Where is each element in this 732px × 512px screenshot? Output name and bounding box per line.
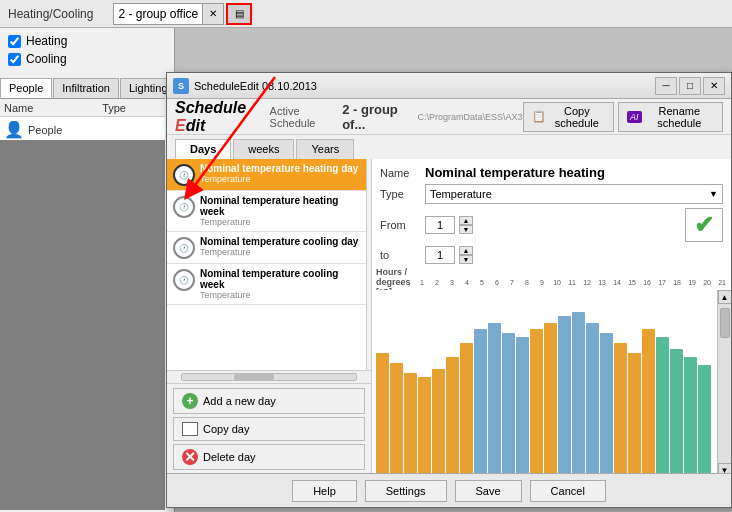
bar [404, 373, 417, 475]
bar [684, 357, 697, 475]
h-scrollbar[interactable] [167, 370, 371, 384]
from-label: From [380, 219, 425, 231]
name-row: Name Nominal temperature heating [380, 165, 723, 180]
hc-edit-button[interactable]: ▤ [226, 3, 252, 25]
minimize-button[interactable]: ─ [655, 77, 677, 95]
bar [628, 353, 641, 475]
to-down-btn[interactable]: ▼ [459, 255, 473, 264]
bar [600, 333, 613, 475]
to-input[interactable]: 1 [425, 246, 455, 264]
tab-people[interactable]: People [0, 78, 52, 98]
clock-icon: 🕐 [173, 164, 195, 186]
add-day-button[interactable]: + Add a new day [173, 388, 365, 414]
to-label: to [380, 249, 425, 261]
modal-content: 🕐 Nominal temperature heating day Temper… [167, 159, 731, 477]
name-value: Nominal temperature heating [425, 165, 723, 180]
delete-day-button[interactable]: ✕ Delete day [173, 444, 365, 470]
schedule-header: Schedule Edit Active Schedule 2 - group … [167, 99, 731, 135]
settings-button[interactable]: Settings [365, 480, 447, 502]
scroll-up-button[interactable]: ▲ [718, 290, 732, 304]
detail-panel: Name Nominal temperature heating Type Te… [372, 159, 731, 477]
modal-titlebar: S ScheduleEdit 08.10.2013 ─ □ ✕ [167, 73, 731, 99]
bar [614, 343, 627, 475]
bar [642, 329, 655, 475]
copy-icon [182, 422, 198, 436]
bar [656, 337, 669, 475]
table-header: Name Type [0, 100, 165, 117]
person-icon: 👤 [4, 120, 24, 139]
save-button[interactable]: Save [455, 480, 522, 502]
help-button[interactable]: Help [292, 480, 357, 502]
hc-dropdown[interactable]: 2 - group office [113, 3, 203, 25]
chart-area: ▲ ▼ [372, 290, 731, 477]
from-spinner[interactable]: ▲ ▼ [459, 216, 473, 234]
from-down-btn[interactable]: ▼ [459, 225, 473, 234]
from-to-row: From 1 ▲ ▼ ✔ [380, 208, 723, 242]
hc-dropdown-arrow[interactable]: ✕ [202, 3, 224, 25]
cooling-checkbox[interactable] [8, 53, 21, 66]
bar [698, 365, 711, 475]
dropdown-arrow-icon: ▼ [709, 189, 718, 199]
copy-schedule-button[interactable]: 📋 Copy schedule [523, 102, 614, 132]
bar [544, 323, 557, 476]
type-label: Type [380, 188, 425, 200]
confirm-button[interactable]: ✔ [685, 208, 723, 242]
schedule-item-cooling-day[interactable]: 🕐 Nominal temperature cooling day Temper… [167, 232, 366, 264]
modal-title: ScheduleEdit 08.10.2013 [194, 80, 655, 92]
bar-chart [372, 290, 717, 477]
type-dropdown[interactable]: Temperature ▼ [425, 184, 723, 204]
scroll-thumb[interactable] [720, 308, 730, 338]
checkmark-icon: ✔ [694, 211, 714, 239]
file-path: C:\ProgramData\ESS\AX3 [418, 112, 523, 122]
tab-years[interactable]: Years [296, 139, 354, 159]
cancel-button[interactable]: Cancel [530, 480, 606, 502]
to-up-btn[interactable]: ▲ [459, 246, 473, 255]
tabs-bar: People Infiltration Lighting [0, 78, 165, 99]
from-input[interactable]: 1 [425, 216, 455, 234]
bar [488, 323, 501, 476]
delete-icon: ✕ [182, 449, 198, 465]
bar [572, 312, 585, 475]
heating-checkbox[interactable] [8, 35, 21, 48]
close-button[interactable]: ✕ [703, 77, 725, 95]
tab-days[interactable]: Days [175, 139, 231, 159]
heating-label: Heating [26, 34, 67, 48]
v-scrollbar[interactable]: ▲ ▼ [717, 290, 731, 477]
type-row: Type Temperature ▼ [380, 184, 723, 204]
copy-day-button[interactable]: Copy day [173, 417, 365, 441]
left-panel-bottom [0, 140, 165, 510]
schedule-item-heating-week[interactable]: 🕐 Nominal temperature heating week Tempe… [167, 191, 366, 232]
bar [558, 316, 571, 475]
schedule-item-cooling-week[interactable]: 🕐 Nominal temperature cooling week Tempe… [167, 264, 366, 305]
hc-bar: Heating/Cooling 2 - group office ✕ ▤ [0, 0, 732, 28]
bar [418, 377, 431, 475]
clock-icon: 🕐 [173, 237, 195, 259]
dwy-tabs: Days weeks Years [167, 135, 731, 159]
left-table: Name Type 👤 People [0, 100, 165, 143]
rename-schedule-button[interactable]: AI Rename schedule [618, 102, 723, 132]
detail-form: Name Nominal temperature heating Type Te… [372, 159, 731, 274]
schedule-title: Schedule Edit [175, 99, 262, 135]
add-icon: + [182, 393, 198, 409]
clock-icon: 🕐 [173, 269, 195, 291]
to-row: to 1 ▲ ▼ [380, 246, 723, 264]
cooling-label: Cooling [26, 52, 67, 66]
tab-weeks[interactable]: weeks [233, 139, 294, 159]
tab-infiltration[interactable]: Infiltration [53, 78, 119, 98]
bar [516, 337, 529, 475]
hc-label: Heating/Cooling [8, 7, 93, 21]
maximize-button[interactable]: □ [679, 77, 701, 95]
modal-footer: Help Settings Save Cancel [167, 473, 731, 507]
from-up-btn[interactable]: ▲ [459, 216, 473, 225]
bar [376, 353, 389, 475]
bar [432, 369, 445, 475]
bar [530, 329, 543, 475]
active-schedule-label: Active Schedule [270, 105, 335, 129]
checkboxes-area: Heating Cooling [0, 28, 165, 76]
to-spinner[interactable]: ▲ ▼ [459, 246, 473, 264]
schedule-item-heating-day[interactable]: 🕐 Nominal temperature heating day Temper… [167, 159, 366, 191]
bar [502, 333, 515, 475]
schedule-list: 🕐 Nominal temperature heating day Temper… [167, 159, 367, 370]
action-buttons: + Add a new day Copy day ✕ Delete day [167, 384, 371, 477]
modal-controls: ─ □ ✕ [655, 77, 725, 95]
